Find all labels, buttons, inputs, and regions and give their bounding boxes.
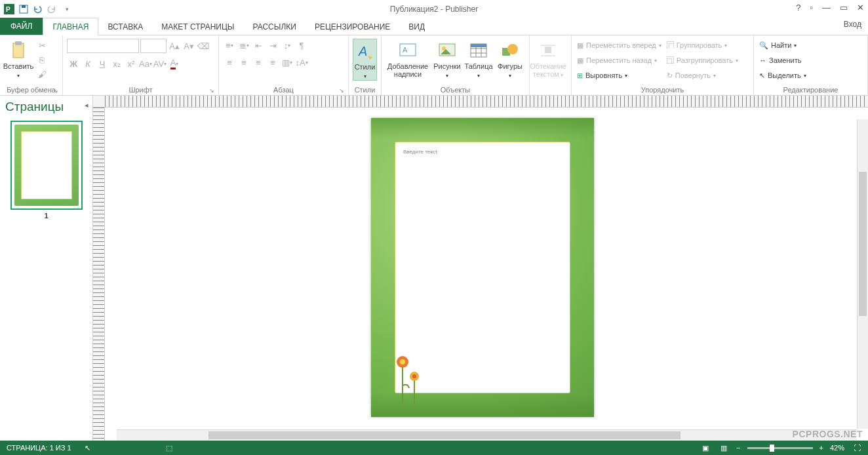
paste-button[interactable]: Вставить xyxy=(4,39,33,79)
workspace: Страницы ◂ 1 Введите текст. xyxy=(0,96,868,441)
styles-button[interactable]: A Стили xyxy=(353,39,377,81)
align-center-icon[interactable]: ≡ xyxy=(237,56,250,69)
tab-mailings[interactable]: РАССЫЛКИ xyxy=(244,18,306,35)
shrink-font-icon[interactable]: A▾ xyxy=(182,39,195,52)
page-indicator[interactable]: СТРАНИЦА: 1 ИЗ 1 xyxy=(7,444,71,452)
svg-point-18 xyxy=(507,44,518,54)
group-clipboard: Вставить ✂ ⎘ 🖌 Буфер обмена↘ xyxy=(0,35,63,95)
copy-icon[interactable]: ⎘ xyxy=(35,53,49,66)
zoom-level[interactable]: 42% xyxy=(830,444,844,452)
pointer-mode-icon[interactable]: ↖ xyxy=(82,442,94,454)
tab-file[interactable]: ФАЙЛ xyxy=(0,18,43,35)
canvas-area: Введите текст. xyxy=(93,96,868,441)
ungroup-button: ⿹Разгруппировать xyxy=(665,54,740,67)
group-arrange: ▦Переместить вперед ▦Переместить назад ⊞… xyxy=(572,35,754,95)
bring-forward-button: ▦Переместить вперед xyxy=(576,39,663,52)
collapse-ribbon-icon[interactable]: ˄ xyxy=(859,22,863,31)
subscript-button[interactable]: x₂ xyxy=(110,57,123,70)
vertical-scrollbar[interactable] xyxy=(857,119,868,429)
close-button[interactable]: ✕ xyxy=(857,3,864,12)
svg-rect-5 xyxy=(15,41,22,45)
page-thumbnail[interactable] xyxy=(10,121,83,210)
zoom-out-icon[interactable]: − xyxy=(736,444,740,452)
group-styles: A Стили Стили xyxy=(349,35,382,95)
draw-textbox-button[interactable]: A Добавление надписи xyxy=(385,39,430,78)
numbering-icon[interactable]: ≣ xyxy=(237,39,250,52)
qat-customize-icon[interactable]: ▾ xyxy=(60,3,73,16)
char-spacing-button[interactable]: AV xyxy=(153,57,167,70)
select-button[interactable]: ↖Выделить xyxy=(758,69,808,82)
watermark: PCPROGS.NET xyxy=(793,429,863,439)
placeholder-text[interactable]: Введите текст. xyxy=(403,149,439,155)
help-button[interactable]: ? xyxy=(796,3,800,12)
svg-text:A: A xyxy=(403,46,408,54)
bold-button[interactable]: Ж xyxy=(67,57,80,70)
tab-home[interactable]: ГЛАВНАЯ xyxy=(43,18,98,35)
view-two-page-icon[interactable]: ▥ xyxy=(718,442,730,454)
svg-rect-4 xyxy=(13,43,24,58)
group-objects: A Добавление надписи Рисунки Таблица Фиг… xyxy=(382,35,530,95)
tab-view[interactable]: ВИД xyxy=(399,18,434,35)
caret-pos-icon[interactable]: ⬚ xyxy=(163,442,175,454)
group-editing: 🔍Найти ↔Заменить ↖Выделить Редактировани… xyxy=(754,35,868,95)
decrease-indent-icon[interactable]: ⇤ xyxy=(252,39,265,52)
send-backward-button: ▦Переместить назад xyxy=(576,54,663,67)
undo-icon[interactable] xyxy=(31,3,45,16)
replace-button[interactable]: ↔Заменить xyxy=(758,54,808,67)
shapes-button[interactable]: Фигуры xyxy=(496,39,524,79)
maximize-button[interactable]: ▭ xyxy=(840,3,848,12)
save-icon[interactable] xyxy=(17,3,30,16)
ribbon-display-button[interactable]: ▫ xyxy=(810,3,813,12)
superscript-button[interactable]: x² xyxy=(125,57,138,70)
redo-icon[interactable] xyxy=(46,3,59,16)
vertical-ruler[interactable] xyxy=(93,108,105,441)
bullets-icon[interactable]: ≡ xyxy=(223,39,236,52)
change-case-button[interactable]: Aa xyxy=(139,57,152,70)
align-left-icon[interactable]: ≡ xyxy=(223,56,236,69)
text-direction-icon[interactable]: ↕A xyxy=(295,56,308,69)
font-color-button[interactable]: A xyxy=(168,57,181,70)
minimize-button[interactable]: — xyxy=(822,3,831,12)
cut-icon[interactable]: ✂ xyxy=(35,39,49,52)
clipboard-launcher-icon[interactable]: ↘ xyxy=(53,87,58,94)
format-painter-icon[interactable]: 🖌 xyxy=(35,68,49,81)
paragraph-launcher-icon[interactable]: ↘ xyxy=(339,87,344,94)
find-button[interactable]: 🔍Найти xyxy=(758,39,808,52)
pictures-button[interactable]: Рисунки xyxy=(433,39,462,79)
tab-review[interactable]: РЕЦЕНЗИРОВАНИЕ xyxy=(306,18,399,35)
tab-insert[interactable]: ВСТАВКА xyxy=(98,18,152,35)
viewport[interactable]: Введите текст. xyxy=(105,108,868,441)
font-launcher-icon[interactable]: ↘ xyxy=(209,87,214,94)
tab-page-layout[interactable]: МАКЕТ СТРАНИЦЫ xyxy=(152,18,243,35)
pages-collapse-icon[interactable]: ◂ xyxy=(85,101,89,109)
line-spacing-icon[interactable]: ↕ xyxy=(281,39,294,52)
italic-button[interactable]: К xyxy=(81,57,94,70)
clear-format-icon[interactable]: ⌫ xyxy=(197,39,210,52)
horizontal-ruler[interactable] xyxy=(93,96,868,108)
justify-icon[interactable]: ≡ xyxy=(266,56,279,69)
table-button[interactable]: Таблица xyxy=(464,39,493,79)
ribbon-tabs: ФАЙЛ ГЛАВНАЯ ВСТАВКА МАКЕТ СТРАНИЦЫ РАСС… xyxy=(0,18,868,35)
underline-button[interactable]: Ч xyxy=(96,57,109,70)
group-button: ⿸Группировать xyxy=(665,39,740,52)
flower-decoration xyxy=(389,346,429,405)
font-size-combo[interactable] xyxy=(140,39,167,53)
increase-indent-icon[interactable]: ⇥ xyxy=(266,39,279,52)
align-right-icon[interactable]: ≡ xyxy=(252,56,265,69)
font-family-combo[interactable] xyxy=(67,39,139,53)
publication-page[interactable]: Введите текст. xyxy=(371,118,594,417)
pages-panel: Страницы ◂ 1 xyxy=(0,96,93,441)
zoom-slider[interactable] xyxy=(747,447,813,449)
align-button[interactable]: ⊞Выровнять xyxy=(576,69,663,82)
page-thumbnail-number: 1 xyxy=(5,212,87,220)
zoom-in-icon[interactable]: + xyxy=(819,444,823,452)
fit-page-icon[interactable]: ⛶ xyxy=(851,442,863,454)
group-paragraph: ≡ ≣ ⇤ ⇥ ↕ ¶ ≡ ≡ ≡ ≡ ▥ ↕A Абзац↘ xyxy=(219,35,349,95)
columns-icon[interactable]: ▥ xyxy=(281,56,294,69)
view-single-icon[interactable]: ▣ xyxy=(700,442,711,454)
horizontal-scrollbar[interactable] xyxy=(117,429,857,441)
grow-font-icon[interactable]: A▴ xyxy=(168,39,181,52)
pilcrow-icon[interactable]: ¶ xyxy=(295,39,308,52)
svg-rect-3 xyxy=(22,5,26,8)
group-wrap: Обтекание текстом xyxy=(530,35,572,95)
